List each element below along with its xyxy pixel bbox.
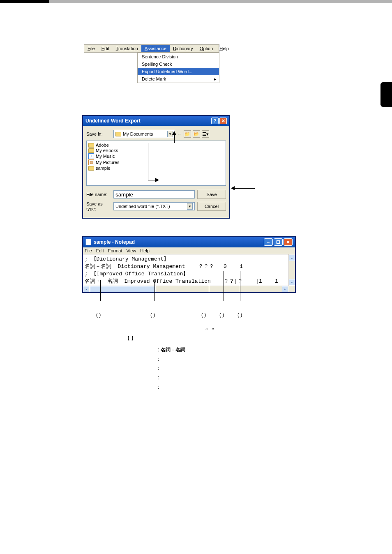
notepad-menu-file[interactable]: File	[85, 248, 92, 253]
notepad-titlebar: sample - Notepad	[83, 237, 295, 247]
notepad-menu-edit[interactable]: Edit	[96, 248, 104, 253]
menu-screenshot: FFileile Edit Translation Assistance Dic…	[84, 44, 219, 83]
notepad-text-area[interactable]: ; 【Dictionary Management】 名詞－名詞 Dictiona…	[83, 254, 295, 292]
folder-icon	[115, 132, 121, 136]
note-sep: :	[158, 355, 159, 364]
scroll-up-icon[interactable]: ▴	[289, 254, 295, 261]
file-item-music[interactable]: ♪My Music	[88, 153, 224, 159]
file-item-sample[interactable]: sample	[88, 166, 224, 171]
arrow-up-icon	[172, 127, 176, 135]
save-as-type-label: Save as type:	[86, 201, 111, 211]
callout-c: ( )	[201, 312, 219, 318]
side-tab	[380, 82, 392, 107]
menu-edit[interactable]: Edit	[98, 45, 113, 52]
menu-dictionary[interactable]: Dictionary	[170, 45, 196, 52]
callout-line	[154, 280, 155, 301]
folder-icon	[88, 148, 94, 153]
folder-icon	[88, 143, 94, 148]
dialog-close-button[interactable]: ✕	[219, 118, 227, 124]
close-button[interactable]	[284, 238, 293, 246]
notepad-menu-bar: File Edit Format View Help	[83, 247, 295, 254]
submenu-spelling-check[interactable]: Spelling Check	[138, 60, 219, 68]
scroll-right-icon[interactable]: ▸	[282, 286, 288, 292]
cancel-button[interactable]: Cancel	[197, 202, 226, 211]
callout-line	[148, 143, 148, 180]
maximize-button[interactable]	[274, 238, 283, 246]
svg-rect-1	[277, 241, 280, 244]
close-quote: ”	[212, 327, 214, 333]
callout-d: ( )	[219, 312, 238, 318]
menu-bar: FFileile Edit Translation Assistance Dic…	[84, 44, 219, 53]
callout-b: ( )	[150, 312, 201, 318]
vertical-scrollbar[interactable]: ▴ ▾	[288, 254, 295, 286]
scroll-thumb[interactable]	[90, 286, 156, 292]
menu-assistance[interactable]: Assistance	[141, 45, 170, 52]
up-folder-icon[interactable]: 📁	[184, 130, 191, 138]
menu-option[interactable]: Option	[196, 45, 216, 52]
menu-file[interactable]: FFileile	[84, 45, 98, 52]
save-in-label: Save in:	[86, 132, 111, 136]
save-as-type-value: Undefined word file (*.TXT)	[115, 204, 170, 209]
notepad-app-icon	[85, 239, 91, 245]
open-quote: “	[205, 327, 208, 333]
dialog-help-button[interactable]: ?	[211, 118, 219, 124]
dialog-titlebar: Undefined Word Export ? ✕	[83, 116, 229, 126]
submenu-sentence-division[interactable]: Sentence Division	[138, 53, 219, 60]
new-folder-icon[interactable]: 📂	[193, 130, 200, 138]
view-menu-icon[interactable]: ☰▾	[202, 130, 209, 138]
callout-e: ( )	[238, 312, 242, 318]
notepad-menu-view[interactable]: View	[127, 248, 136, 253]
notepad-menu-help[interactable]: Help	[140, 248, 150, 253]
folder-icon	[88, 166, 94, 171]
save-as-type-dropdown[interactable]: Undefined word file (*.TXT) ▼	[113, 202, 195, 210]
callout-line	[234, 188, 255, 189]
notepad-window: sample - Notepad File Edit Format View H…	[82, 236, 296, 293]
note-sep: :	[158, 383, 159, 392]
note-sep: :	[158, 373, 159, 383]
callout-line	[224, 271, 224, 301]
menu-translation[interactable]: Translation	[113, 45, 141, 52]
save-in-dropdown[interactable]: My Documents ▼	[113, 130, 175, 138]
callout-a: ( )	[96, 312, 150, 318]
notes-list: : 名詞－名詞 : : : :	[82, 345, 347, 392]
music-icon: ♪	[88, 153, 94, 159]
notes-block: “ ” 【 】	[82, 326, 347, 343]
file-item-adobe[interactable]: Adobe	[88, 143, 224, 148]
menu-help[interactable]: Help	[216, 45, 232, 52]
scroll-left-icon[interactable]: ◂	[83, 286, 90, 292]
arrow-left-icon	[231, 186, 235, 190]
pictures-icon: ▦	[88, 159, 94, 165]
save-button[interactable]: Save	[197, 190, 226, 199]
file-name-label: File name:	[86, 192, 111, 197]
save-in-value: My Documents	[123, 132, 153, 136]
callout-labels: ( ) ( ) ( ) ( ) ( )	[82, 312, 347, 318]
resize-grip-icon[interactable]	[288, 286, 295, 292]
bracket-note: 【 】	[121, 334, 347, 342]
horizontal-scrollbar[interactable]: ◂ ▸	[83, 286, 295, 292]
submenu-arrow-icon: ▸	[214, 76, 217, 82]
dialog-title: Undefined Word Export	[85, 118, 141, 124]
scroll-down-icon[interactable]: ▾	[289, 279, 295, 286]
note-value-1: 名詞－名詞	[161, 345, 185, 355]
callout-line	[240, 271, 240, 301]
notepad-menu-format[interactable]: Format	[108, 248, 122, 253]
file-name-input[interactable]	[113, 190, 195, 199]
back-icon[interactable]: ←	[178, 132, 182, 136]
submenu-delete-mark[interactable]: Delete Mark▸	[138, 75, 219, 83]
callout-line	[100, 280, 101, 301]
callout-line	[209, 271, 209, 301]
dropdown-arrow-icon[interactable]: ▼	[187, 203, 193, 210]
note-sep: :	[158, 345, 161, 355]
submenu-export-undefined-word[interactable]: Export Undefined Word...	[138, 68, 219, 75]
minimize-button[interactable]	[264, 238, 273, 246]
arrow-right-icon	[155, 178, 161, 182]
notepad-title: sample - Notepad	[94, 239, 135, 245]
undefined-word-export-dialog: Undefined Word Export ? ✕ Save in: My Do…	[82, 115, 230, 219]
file-item-pictures[interactable]: ▦My Pictures	[88, 159, 224, 165]
assistance-submenu: Sentence Division Spelling Check Export …	[137, 53, 219, 83]
note-sep: :	[158, 364, 159, 373]
file-item-ebooks[interactable]: My eBooks	[88, 148, 224, 153]
